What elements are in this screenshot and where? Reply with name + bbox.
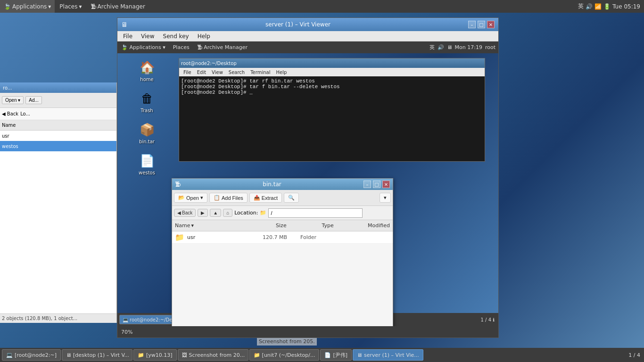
vm-task-terminal[interactable]: 💻 root@node2:~/Desktop: [119, 315, 176, 324]
trash-icon: 🗑: [138, 89, 157, 108]
taskbar-icon-0: 💻: [6, 352, 13, 358]
vm-applications-menu[interactable]: 🍃 Applications ▾: [117, 43, 169, 51]
taskbar-item-0[interactable]: 💻 [root@node2:~]: [2, 349, 61, 361]
taskbar-label-0: [root@node2:~]: [15, 352, 57, 358]
add-files-icon: 📋: [214, 195, 220, 201]
outer-back-btn[interactable]: ◀ Back: [2, 111, 18, 116]
vm-icon-westos[interactable]: 📄 westos: [132, 151, 162, 175]
vm-archive-manager[interactable]: 🗜 Archive Manager: [193, 43, 251, 51]
table-row[interactable]: 📁 usr 120.7 MB Folder: [172, 231, 393, 244]
taskbar-label-6: server (1) – Virt Vie...: [364, 352, 419, 358]
term-edit[interactable]: Edit: [195, 69, 208, 75]
terminal-title: root@node2:~/Desktop: [181, 61, 237, 66]
archive-manager-label: Archive Manager: [98, 3, 145, 10]
bintar-maximize[interactable]: □: [373, 181, 380, 188]
term-file[interactable]: File: [181, 69, 194, 75]
vv-view-menu[interactable]: View: [137, 32, 158, 41]
list-item[interactable]: usr: [0, 131, 116, 141]
vm-display: 🍃 Applications ▾ Places 🗜 Archive Manage…: [117, 41, 498, 326]
vv-sendkey-menu[interactable]: Send key: [159, 32, 193, 41]
taskbar-item-6[interactable]: 🖥 server (1) – Virt Vie...: [353, 349, 423, 361]
outer-archive-status: 2 objects (120.8 MB), 1 object...: [0, 313, 116, 323]
vm-icon-bintar[interactable]: 📦 bin.tar: [132, 120, 162, 144]
open-button[interactable]: 📂 Open ▾: [174, 193, 207, 203]
lang-indicator[interactable]: 英: [578, 2, 584, 10]
archive-manager-panel[interactable]: 🗜 Archive Manager: [87, 0, 149, 13]
search-button[interactable]: 🔍: [284, 193, 299, 203]
taskbar-item-1[interactable]: 🖥 [desktop (1) – Virt V...: [62, 349, 132, 361]
applications-icon: 🍃: [4, 3, 11, 10]
screenshot-caption: Screenshot from 205.: [257, 337, 317, 346]
vv-icon: 🖥: [121, 21, 128, 28]
vm-lang: 英: [429, 44, 435, 51]
location-input[interactable]: [268, 208, 363, 218]
vv-help-menu[interactable]: Help: [194, 32, 214, 41]
forward-button[interactable]: ▶: [198, 209, 208, 217]
name-column-header[interactable]: Name ▾: [172, 222, 273, 229]
taskbar-icon-4: 📁: [254, 352, 260, 358]
zoom-level: 70%: [121, 329, 132, 335]
back-icon: ◀: [177, 210, 181, 215]
time-display[interactable]: Tue 05:19: [612, 3, 640, 10]
vm-info-icon: ℹ: [493, 317, 495, 322]
vm-screen: 🖥: [447, 44, 452, 50]
bintar-close[interactable]: ✕: [382, 181, 390, 188]
home-nav-button[interactable]: ⌂: [223, 209, 232, 217]
taskbar-label-3: Screenshot from 20...: [189, 352, 245, 358]
applications-menu[interactable]: 🍃 Applications ▾: [0, 0, 55, 13]
outer-open-button[interactable]: Open ▾: [2, 96, 24, 104]
vm-icon-home[interactable]: 🏠 home: [132, 58, 162, 82]
maximize-button[interactable]: □: [478, 21, 485, 28]
panel-right: 英 🔊 📶 🔋 Tue 05:19: [578, 2, 644, 10]
bintar-icon-title: 🗜: [175, 181, 181, 188]
location-icon: 📁: [260, 210, 266, 216]
vm-icon-bintar-label: bin.tar: [139, 139, 155, 144]
taskbar-label-2: [yw10.13]: [146, 352, 173, 358]
vm-vol: 🔊: [438, 44, 444, 50]
terminal-line-1: [root@node2 Desktop]# tar rf bin.tar wes…: [181, 78, 483, 84]
term-terminal[interactable]: Terminal: [248, 69, 272, 75]
taskbar-item-5[interactable]: 📄 [尹伟]: [320, 349, 352, 361]
virt-viewer-titlebar: 🖥 server (1) – Virt Viewer – □ ✕: [117, 18, 498, 31]
back-button[interactable]: ◀ Back: [174, 209, 196, 217]
taskbar-right: 1 / 4: [628, 352, 642, 358]
type-column-header[interactable]: Type: [319, 222, 365, 229]
outer-location: Lo...: [20, 111, 30, 116]
modified-column-header[interactable]: Modified: [365, 222, 393, 229]
vm-places-menu[interactable]: Places: [169, 43, 193, 51]
close-button[interactable]: ✕: [487, 21, 495, 28]
term-view[interactable]: View: [209, 69, 225, 75]
taskbar-icon-5: 📄: [324, 352, 331, 358]
up-button[interactable]: ▲: [210, 209, 221, 217]
outer-archive-window: ro... Open ▾ Ad... ◀ Back Lo... Name usr…: [0, 82, 117, 323]
term-help[interactable]: Help: [273, 69, 289, 75]
virt-viewer-title: server (1) – Virt Viewer: [128, 21, 468, 28]
taskbar-item-3[interactable]: 🖼 Screenshot from 20...: [178, 349, 248, 361]
terminal-body[interactable]: [root@node2 Desktop]# tar rf bin.tar wes…: [179, 76, 485, 161]
places-menu[interactable]: Places ▾: [56, 0, 85, 13]
vm-panel: 🍃 Applications ▾ Places 🗜 Archive Manage…: [117, 41, 498, 53]
more-options-button[interactable]: ▾: [380, 193, 391, 203]
list-item[interactable]: westos: [0, 141, 116, 151]
size-column-header[interactable]: Size: [273, 222, 319, 229]
taskbar-icon-6: 🖥: [357, 352, 362, 358]
file-type-cell: Folder: [300, 234, 338, 240]
terminal-menubar: File Edit View Search Terminal Help: [179, 68, 485, 76]
extract-button[interactable]: 📤 Extract: [249, 193, 282, 203]
bintar-minimize[interactable]: –: [363, 181, 371, 188]
add-files-button[interactable]: 📋 Add Files: [209, 193, 248, 203]
open-dropdown-arrow[interactable]: ▾: [200, 195, 203, 201]
term-search[interactable]: Search: [226, 69, 247, 75]
taskbar-item-4[interactable]: 📁 [unit7 (~/Desktop/...: [249, 349, 320, 361]
minimize-button[interactable]: –: [468, 21, 476, 28]
vm-icon-trash[interactable]: 🗑 Trash: [132, 89, 162, 113]
outer-add-button[interactable]: Ad...: [25, 96, 42, 104]
taskbar-item-2[interactable]: 📁 [yw10.13]: [133, 349, 177, 361]
battery-icon: 🔋: [603, 3, 611, 10]
taskbar-icon-1: 🖥: [66, 352, 71, 358]
taskbar-icon-2: 📁: [138, 352, 144, 358]
taskbar-counter: 1 / 4: [628, 352, 640, 358]
volume-icon: 🔊: [586, 3, 593, 10]
vv-file-menu[interactable]: File: [119, 32, 136, 41]
vm-icon-home-label: home: [140, 77, 153, 82]
